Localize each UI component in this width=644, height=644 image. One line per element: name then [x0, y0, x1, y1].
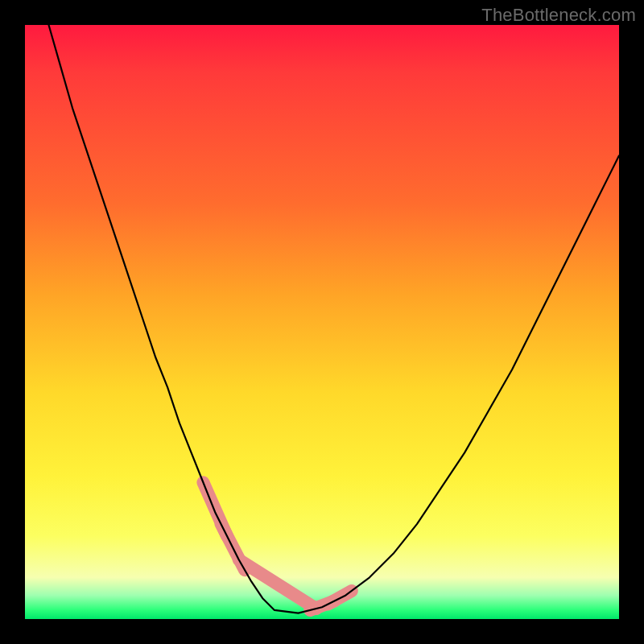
- trough-markers: [203, 482, 352, 610]
- plot-area: [25, 25, 619, 619]
- watermark-text: TheBottleneck.com: [481, 5, 636, 26]
- chart-frame: TheBottleneck.com: [0, 0, 644, 644]
- trough-marker: [239, 559, 316, 609]
- chart-overlay-svg: [25, 25, 619, 619]
- bottleneck-curve: [49, 25, 619, 613]
